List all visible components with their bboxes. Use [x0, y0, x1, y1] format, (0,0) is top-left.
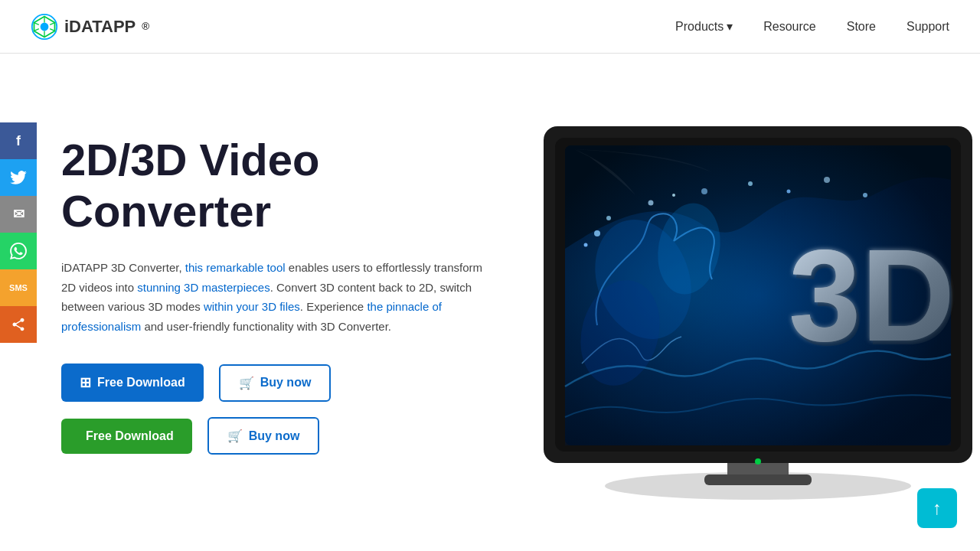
- mac-buy-button[interactable]: 🛒 Buy now: [207, 417, 320, 455]
- svg-line-8: [34, 22, 39, 24]
- social-sidebar: f ✉ SMS: [0, 122, 37, 343]
- svg-point-2: [41, 22, 49, 31]
- content-left: 2D/3D Video Converter iDATAPP 3D Convert…: [61, 135, 521, 470]
- svg-line-5: [50, 28, 54, 31]
- main-description: iDATAPP 3D Converter, this remarkable to…: [61, 258, 490, 336]
- social-twitter[interactable]: [0, 159, 37, 196]
- mac-download-button[interactable]: Free Download: [61, 419, 192, 454]
- windows-download-button[interactable]: ⊞ Free Download: [61, 364, 204, 402]
- windows-buttons: ⊞ Free Download 🛒 Buy now: [61, 364, 505, 402]
- svg-text:3D: 3D: [789, 223, 955, 368]
- header: iDATAPP® Products ▾ Resource Store Suppo…: [0, 0, 980, 54]
- nav-products[interactable]: Products ▾: [675, 19, 733, 34]
- mac-buttons: Free Download 🛒 Buy now: [61, 417, 505, 455]
- dropdown-icon: ▾: [727, 19, 733, 34]
- social-whatsapp[interactable]: [0, 233, 37, 269]
- main-content: 2D/3D Video Converter iDATAPP 3D Convert…: [0, 54, 980, 551]
- cart-icon-win: 🛒: [239, 376, 254, 390]
- nav-resource[interactable]: Resource: [763, 20, 815, 34]
- windows-icon: ⊞: [80, 374, 91, 391]
- cart-icon-mac: 🛒: [227, 429, 243, 443]
- svg-rect-11: [704, 474, 812, 485]
- social-email[interactable]: ✉: [0, 196, 37, 233]
- svg-line-7: [34, 28, 39, 31]
- logo-sup: ®: [142, 21, 149, 32]
- svg-point-32: [755, 458, 761, 465]
- whatsapp-icon: [10, 243, 27, 259]
- svg-point-23: [672, 194, 675, 197]
- share-icon: [11, 317, 26, 332]
- logo-text: iDATAPP: [64, 17, 136, 37]
- social-share[interactable]: [0, 306, 37, 343]
- nav: Products ▾ Resource Store Support: [675, 19, 949, 34]
- logo-icon: [31, 13, 58, 41]
- social-facebook[interactable]: f: [0, 122, 37, 159]
- tv-3d-illustration: 3D 3D 3D: [521, 96, 980, 509]
- windows-buy-button[interactable]: 🛒 Buy now: [219, 364, 332, 402]
- main-title: 2D/3D Video Converter: [61, 135, 505, 236]
- svg-point-26: [787, 190, 791, 194]
- svg-point-22: [648, 201, 654, 206]
- twitter-icon: [10, 171, 27, 184]
- svg-point-21: [584, 243, 588, 247]
- back-to-top-button[interactable]: ↑: [917, 488, 957, 528]
- social-sms[interactable]: SMS: [0, 269, 37, 306]
- logo[interactable]: iDATAPP®: [31, 13, 149, 41]
- svg-line-4: [50, 22, 54, 24]
- svg-point-25: [748, 181, 753, 186]
- svg-point-20: [606, 216, 611, 220]
- svg-point-19: [594, 230, 600, 236]
- svg-point-27: [824, 177, 830, 183]
- hero-image: 3D 3D 3D: [521, 96, 980, 509]
- nav-store[interactable]: Store: [847, 20, 876, 34]
- nav-support[interactable]: Support: [906, 20, 949, 34]
- svg-point-24: [701, 188, 707, 194]
- svg-point-28: [863, 193, 867, 197]
